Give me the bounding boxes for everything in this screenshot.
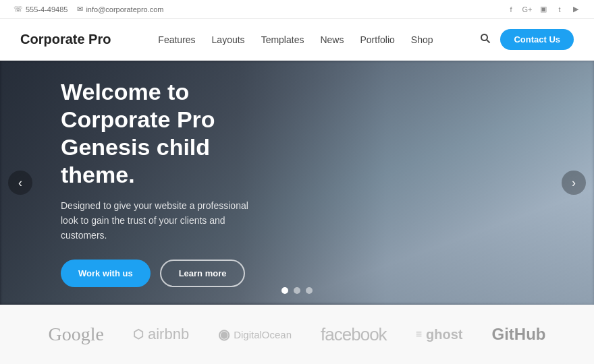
nav-features[interactable]: Features: [158, 34, 195, 45]
search-button[interactable]: [480, 33, 491, 47]
facebook-social-icon[interactable]: f: [506, 5, 516, 14]
hero-buttons: Work with us Learn more: [61, 260, 284, 287]
phone-info: ☏ 555-4-49485: [14, 5, 68, 13]
slider-dots: [281, 287, 313, 294]
logo-digitalocean: ◉ DigitalOcean: [218, 326, 292, 342]
logo-ghost: ≡ ghost: [416, 327, 463, 342]
logo-facebook: facebook: [321, 324, 387, 345]
email-address: info@corporatepro.com: [86, 5, 163, 13]
nav-links: Features Layouts Templates News Portfoli…: [158, 34, 433, 45]
hero-subtitle: Designed to give your website a professi…: [61, 198, 263, 243]
slide-dot-1[interactable]: [281, 287, 288, 294]
brand-logo[interactable]: Corporate Pro: [20, 32, 111, 47]
nav-right: Contact Us: [480, 29, 574, 50]
top-bar-contact: ☏ 555-4-49485 ✉ info@corporatepro.com: [14, 5, 164, 13]
hero-section: ‹ Welcome to Corporate Pro Genesis child…: [0, 61, 594, 305]
nav-shop[interactable]: Shop: [411, 34, 433, 45]
slide-dot-2[interactable]: [294, 287, 300, 294]
logos-bar: Google ⬡ airbnb ◉ DigitalOcean facebook …: [0, 305, 594, 364]
phone-number: 555-4-49485: [26, 5, 68, 13]
instagram-social-icon[interactable]: ▣: [539, 5, 548, 14]
svg-line-1: [487, 40, 490, 43]
logo-google: Google: [49, 324, 104, 345]
phone-icon: ☏: [14, 5, 23, 13]
youtube-social-icon[interactable]: ▶: [571, 5, 580, 14]
slider-prev-button[interactable]: ‹: [8, 171, 32, 195]
email-icon: ✉: [77, 5, 83, 13]
nav-layouts[interactable]: Layouts: [212, 34, 245, 45]
top-bar: ☏ 555-4-49485 ✉ info@corporatepro.com f …: [0, 0, 594, 19]
slider-next-button[interactable]: ›: [562, 171, 586, 195]
nav-news[interactable]: News: [320, 34, 344, 45]
nav-portfolio[interactable]: Portfolio: [360, 34, 394, 45]
hero-title: Welcome to Corporate Pro Genesis child t…: [61, 78, 284, 188]
email-info: ✉ info@corporatepro.com: [77, 5, 163, 13]
work-with-us-button[interactable]: Work with us: [61, 260, 151, 287]
navbar: Corporate Pro Features Layouts Templates…: [0, 19, 594, 61]
logo-airbnb: ⬡ airbnb: [133, 326, 189, 343]
learn-more-button[interactable]: Learn more: [160, 260, 246, 287]
slide-dot-3[interactable]: [306, 287, 313, 294]
twitter-social-icon[interactable]: t: [555, 5, 564, 14]
svg-point-0: [481, 34, 487, 40]
googleplus-social-icon[interactable]: G+: [522, 5, 532, 14]
contact-button[interactable]: Contact Us: [500, 29, 574, 50]
logo-github: GitHub: [491, 325, 545, 344]
social-links: f G+ ▣ t ▶: [506, 5, 580, 14]
hero-content: Welcome to Corporate Pro Genesis child t…: [0, 78, 284, 286]
nav-templates[interactable]: Templates: [261, 34, 304, 45]
